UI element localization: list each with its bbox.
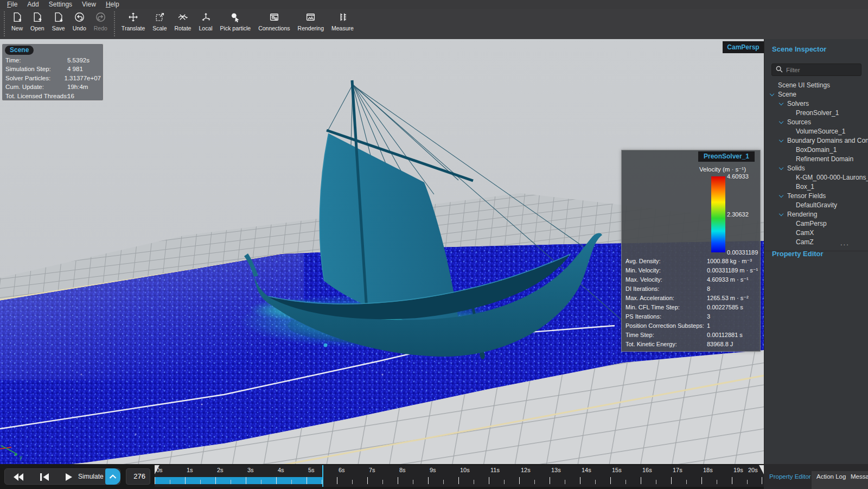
new-button[interactable]: New (8, 11, 27, 31)
toolbar-button-label: Connections (258, 25, 290, 31)
connections-button[interactable]: Connections (254, 11, 293, 31)
tree-item-k-gm-000-000-laurons-ii[interactable]: K-GM_000-000-Laurons_II_ (764, 173, 868, 182)
menu-add[interactable]: Add (22, 0, 43, 9)
tree-item-label: Rendering (787, 211, 817, 218)
timeline-major-tick (580, 477, 580, 484)
pick-particle-icon (220, 12, 251, 24)
undo-button[interactable]: Undo (69, 11, 90, 31)
tree-item-box-1[interactable]: Box_1 (764, 182, 868, 192)
solver-stat-row: Min. CFL Time Step:0.00227585 s (626, 303, 758, 312)
tree-item-boundary-domains-and-conditions[interactable]: Boundary Domains and Conditions (764, 136, 868, 145)
tree-item-volumesource-1[interactable]: VolumeSource_1 (764, 127, 868, 136)
timeline-tick-label: 19s (733, 467, 743, 473)
timeline-minor-tick (717, 480, 717, 484)
timeline-minor-tick (261, 480, 261, 484)
chevron-down-icon[interactable] (779, 101, 783, 105)
menu-settings[interactable]: Settings (44, 0, 77, 9)
rendering-button[interactable]: Rendering (294, 11, 328, 31)
tree-overflow-dots[interactable]: ... (840, 239, 850, 247)
scale-icon (152, 12, 167, 24)
tab-property-editor[interactable]: Property Editor (769, 473, 811, 480)
open-button[interactable]: Open (27, 11, 48, 31)
velocity-colorbar (711, 176, 725, 252)
rotate-button[interactable]: Rotate (171, 11, 195, 31)
scale-button[interactable]: Scale (149, 11, 170, 31)
chevron-down-icon[interactable] (779, 193, 783, 198)
frame-number-input[interactable]: 276 (126, 468, 150, 485)
viewport-3d[interactable]: y Scene Time:5.5392sSimulation Step:4 98… (0, 39, 764, 464)
timeline-minor-tick (474, 480, 474, 484)
toolbar-drag-handle[interactable] (4, 11, 5, 36)
tree-item-tensor-fields[interactable]: Tensor Fields (764, 192, 868, 201)
tree-item-boxdomain-1[interactable]: BoxDomain_1 (764, 145, 868, 155)
timeline-tick-label: 13s (551, 467, 561, 473)
previous-frame-icon[interactable] (40, 473, 49, 484)
redo-button[interactable]: Redo (90, 11, 111, 31)
solver-stat-row: Avg. Density:1000.88 kg · m⁻³ (626, 257, 758, 266)
tree-item-solids[interactable]: Solids (764, 164, 868, 173)
save-file-icon (52, 12, 65, 24)
tab-action-log[interactable]: Action Log (816, 473, 846, 480)
measure-button[interactable]: Measure (328, 11, 358, 31)
chevron-down-icon[interactable] (779, 119, 783, 124)
timeline-major-tick (701, 477, 702, 484)
play-icon[interactable] (65, 473, 73, 484)
chevron-down-icon[interactable] (779, 138, 783, 142)
timeline-minor-tick (443, 480, 444, 484)
menu-file[interactable]: File (2, 0, 22, 9)
timeline-left-handle[interactable] (155, 465, 159, 474)
tree-item-rendering[interactable]: Rendering (764, 210, 868, 219)
stat-value: 3 (707, 312, 710, 321)
menu-view[interactable]: View (77, 0, 101, 9)
local-button[interactable]: Local (195, 11, 216, 31)
tree-item-label: Refinement Domain (796, 155, 853, 163)
toolbar-button-label: Measure (331, 25, 354, 31)
timeline-tick-label: 12s (521, 467, 531, 473)
filter-box[interactable] (771, 63, 861, 76)
filter-input[interactable] (786, 67, 851, 73)
preonlab-window: FileAddSettingsViewHelp NewOpenSaveUndoR… (0, 0, 868, 489)
scene-badge[interactable]: Scene (5, 46, 34, 55)
tree-item-camx[interactable]: CamX (764, 228, 868, 238)
simulate-button[interactable]: Simulate (78, 469, 104, 484)
tree-item-defaultgravity[interactable]: DefaultGravity (764, 201, 868, 210)
tree-item-label: VolumeSource_1 (796, 128, 845, 135)
stat-value: 4.60933 m · s⁻¹ (707, 275, 749, 284)
timeline[interactable]: 0s1s2s3s4s5s6s7s8s9s10s11s12s13s14s15s16… (155, 465, 764, 487)
tab-messages[interactable]: Messages (851, 473, 868, 480)
tree-item-solvers[interactable]: Solvers (764, 99, 868, 109)
translate-button[interactable]: Translate (118, 11, 149, 31)
pick-particle-button[interactable]: Pick particle (216, 11, 255, 31)
timeline-major-tick (215, 477, 216, 484)
chevron-down-icon[interactable] (779, 212, 783, 216)
timeline-major-tick (428, 477, 429, 484)
chevron-down-icon[interactable] (770, 92, 774, 96)
timeline-major-tick (398, 477, 398, 484)
timeline-playhead[interactable] (322, 465, 323, 487)
chevron-down-icon[interactable] (779, 166, 783, 170)
camera-badge[interactable]: CamPersp (723, 41, 764, 53)
rendering-icon (298, 12, 324, 24)
tree-item-label: Tensor Fields (787, 192, 826, 200)
tree-item-camz[interactable]: CamZ (764, 238, 868, 247)
tree-item-refinement-domain[interactable]: Refinement Domain (764, 155, 868, 164)
svg-text:y: y (20, 454, 22, 460)
timeline-tick-label: 14s (582, 467, 591, 473)
tree-item-scene[interactable]: Scene (764, 90, 868, 99)
menu-help[interactable]: Help (101, 0, 124, 9)
save-button[interactable]: Save (48, 11, 69, 31)
solver-stat-row: PS Iterations:3 (626, 312, 758, 321)
tree-item-preonsolver-1[interactable]: PreonSolver_1 (764, 109, 868, 118)
tree-item-scene-ui-settings[interactable]: Scene UI Settings (764, 81, 868, 90)
tree-item-sources[interactable]: Sources (764, 118, 868, 127)
timeline-right-handle[interactable] (759, 465, 764, 474)
tree-item-campersp[interactable]: CamPersp (764, 219, 868, 228)
timeline-major-tick (367, 477, 368, 484)
timeline-major-tick (610, 477, 611, 484)
solver-stat-row: Position Correction Substeps:1 (626, 321, 758, 331)
timeline-minor-tick (291, 480, 292, 484)
solver-badge[interactable]: PreonSolver_1 (698, 151, 755, 162)
expand-simulate-button[interactable] (105, 468, 120, 485)
skip-to-start-icon[interactable] (13, 473, 24, 484)
timeline-tick-label: 4s (278, 467, 284, 473)
